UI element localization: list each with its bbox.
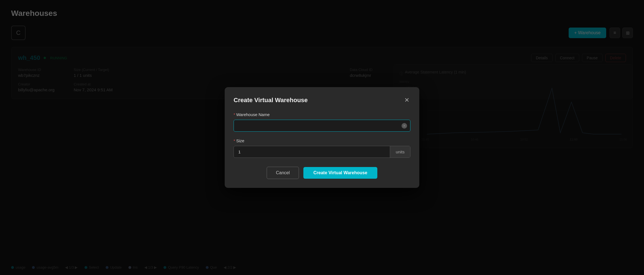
size-unit-label: units <box>390 146 410 158</box>
size-input-wrapper: units <box>234 146 410 158</box>
modal-footer: Cancel Create Virtual Warehouse <box>234 167 410 179</box>
size-label-element: * Size <box>234 138 410 143</box>
cancel-button[interactable]: Cancel <box>267 167 299 179</box>
required-star-size: * <box>234 139 235 143</box>
modal-header: Create Virtual Warehouse ✕ <box>234 96 410 104</box>
warehouse-name-input[interactable] <box>234 120 410 132</box>
input-clear-button[interactable]: ✕ <box>402 123 407 129</box>
size-input[interactable] <box>234 146 390 158</box>
warehouse-name-input-wrapper: ✕ <box>234 120 410 132</box>
required-star-name: * <box>234 112 235 117</box>
size-group: * Size units <box>234 138 410 158</box>
create-warehouse-button[interactable]: Create Virtual Warehouse <box>303 167 377 179</box>
warehouse-name-group: * Warehouse Name ✕ <box>234 112 410 132</box>
modal-overlay[interactable]: Create Virtual Warehouse ✕ * Warehouse N… <box>0 0 644 275</box>
warehouse-name-label: * Warehouse Name <box>234 112 410 117</box>
modal-close-button[interactable]: ✕ <box>403 96 410 104</box>
create-warehouse-modal: Create Virtual Warehouse ✕ * Warehouse N… <box>225 87 419 188</box>
modal-title: Create Virtual Warehouse <box>234 97 308 104</box>
